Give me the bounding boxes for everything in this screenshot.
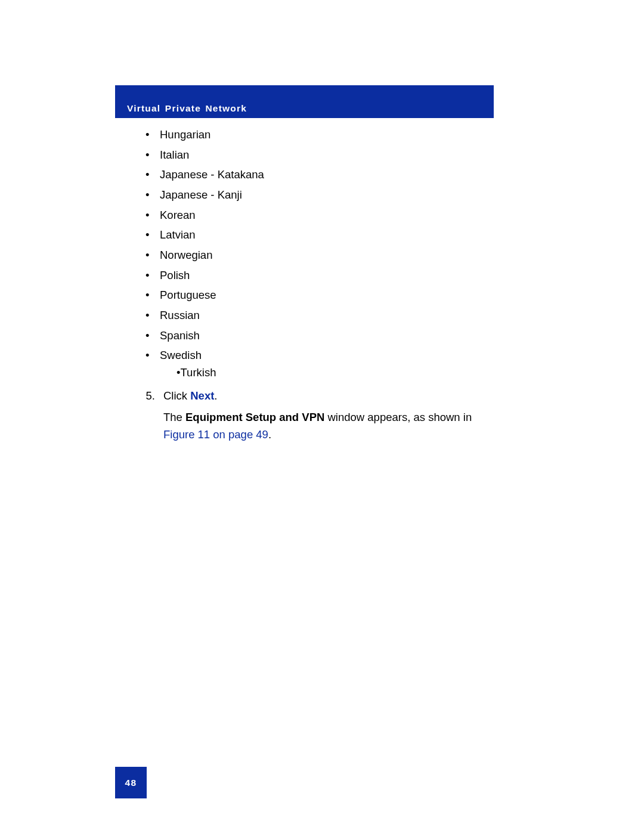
step-body: Click Next. The Equipment Setup and VPN … [163, 388, 495, 444]
step-number: 5. [143, 388, 155, 444]
page-number-box: 48 [115, 767, 147, 798]
section-header-bar: Virtual Private Network [115, 85, 494, 118]
list-item: Korean [143, 207, 495, 224]
numbered-step: 5. Click Next. The Equipment Setup and V… [143, 388, 495, 444]
step-result-prefix: The [163, 411, 185, 423]
section-header-title: Virtual Private Network [127, 103, 247, 114]
list-item-label: Latvian [160, 228, 196, 241]
list-item: Italian [143, 147, 495, 164]
step-result-paragraph: The Equipment Setup and VPN window appea… [163, 409, 495, 443]
list-item-label: Hungarian [160, 128, 210, 141]
page-content: Hungarian Italian Japanese - Katakana Ja… [143, 126, 495, 444]
list-item: Polish [143, 267, 495, 284]
list-item-label: Norwegian [160, 249, 212, 261]
list-item-label: Swedish [160, 349, 202, 361]
list-item-label: Russian [160, 309, 200, 321]
list-item: Japanese - Katakana [143, 166, 495, 184]
document-page: Virtual Private Network Hungarian Italia… [0, 0, 644, 833]
page-number: 48 [125, 778, 137, 788]
list-item: Portuguese [143, 287, 495, 304]
list-item: Spanish [143, 327, 495, 345]
step-result-suffix: . [268, 428, 271, 441]
step-result-bold: Equipment Setup and VPN [185, 411, 324, 423]
list-item-label: Spanish [160, 329, 200, 342]
language-list: Hungarian Italian Japanese - Katakana Ja… [143, 126, 495, 382]
step-result-mid: window appears, as shown in [324, 411, 472, 423]
list-item: Japanese - Kanji [143, 187, 495, 204]
step-action-prefix: Click [163, 389, 190, 402]
list-item-label: Portuguese [160, 289, 216, 301]
figure-cross-reference-link[interactable]: Figure 11 on page 49 [163, 428, 268, 441]
list-sub-item: •Turkish [177, 364, 495, 382]
list-item: Swedish •Turkish [143, 347, 495, 381]
step-action-link: Next [190, 389, 214, 402]
list-item: Russian [143, 307, 495, 324]
list-item-label: Korean [160, 209, 196, 221]
list-item: Norwegian [143, 247, 495, 264]
list-item-label: Italian [160, 148, 189, 161]
list-item: Hungarian [143, 126, 495, 144]
step-row: 5. Click Next. The Equipment Setup and V… [143, 388, 495, 444]
list-item-label: Polish [160, 269, 190, 281]
list-item-label: Japanese - Kanji [160, 188, 242, 201]
step-action-suffix: . [214, 389, 217, 402]
list-item-label: Japanese - Katakana [160, 168, 264, 181]
list-item: Latvian [143, 227, 495, 244]
